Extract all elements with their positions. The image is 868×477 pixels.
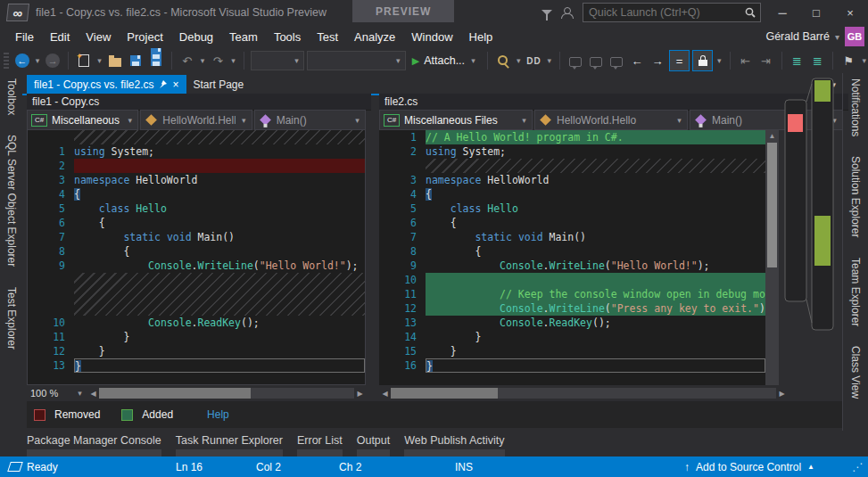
open-file-button[interactable] <box>106 51 124 70</box>
redo-button[interactable]: ↷ <box>209 51 227 70</box>
decrease-indent-button[interactable]: ≣ <box>788 51 806 70</box>
pin-icon[interactable] <box>159 78 167 91</box>
menu-tools[interactable]: Tools <box>266 27 309 47</box>
tool-window-tab-toolbox[interactable]: Toolbox <box>5 78 18 115</box>
scrollbar-thumb[interactable] <box>767 143 777 267</box>
menu-view[interactable]: View <box>78 27 119 47</box>
code-line[interactable]: 14 } <box>379 330 765 344</box>
scrollbar-thumb[interactable] <box>99 388 251 399</box>
code-line[interactable]: 13 Console.ReadKey(); <box>379 316 765 330</box>
add-to-source-control-button[interactable]: ↑ Add to Source Control ▲ <box>684 456 814 477</box>
ignore-whitespace-toggle[interactable]: = <box>669 50 690 71</box>
tool-window-tab-team-explorer[interactable]: Team Explorer <box>849 258 862 326</box>
tab-close-icon[interactable]: × <box>172 79 178 90</box>
left-horizontal-scrollbar[interactable] <box>99 388 354 399</box>
code-line[interactable]: 9 Console.WriteLine("Hello World!"); <box>28 259 365 273</box>
code-line[interactable]: 3namespace HelloWorld <box>28 173 365 187</box>
menu-edit[interactable]: Edit <box>42 27 78 47</box>
tool-window-tab-class-view[interactable]: Class View <box>849 346 862 399</box>
configuration-combo[interactable]: ▾ <box>251 51 304 70</box>
scroll-left-icon[interactable]: ◀ <box>87 390 99 398</box>
code-line[interactable]: 8 { <box>379 244 765 259</box>
nav-dropdown-main[interactable]: Main()▾ <box>254 110 366 130</box>
code-line[interactable]: 3namespace HelloWorld <box>379 173 765 187</box>
send-feedback-icon[interactable] <box>561 7 574 18</box>
menu-test[interactable]: Test <box>309 27 346 47</box>
new-file-button[interactable]: ✦ <box>75 51 93 70</box>
menu-analyze[interactable]: Analyze <box>346 27 403 47</box>
menu-file[interactable]: File <box>7 27 42 47</box>
code-line[interactable]: 8 { <box>28 244 365 259</box>
feedback-filter-icon[interactable] <box>541 10 552 15</box>
code-line[interactable]: 11 } <box>28 330 365 344</box>
compare-mode-button[interactable]: DD <box>525 51 543 70</box>
bookmark-button[interactable]: ⚑ <box>839 51 857 70</box>
save-all-button[interactable] <box>147 51 165 70</box>
tab-start-page[interactable]: Start Page <box>186 75 252 94</box>
tool-window-tab-test-explorer[interactable]: Test Explorer <box>5 287 18 350</box>
scroll-left-icon[interactable]: ◀ <box>379 390 391 398</box>
zoom-select[interactable]: 100 % ▾ <box>27 386 87 400</box>
code-line[interactable]: 12 } <box>28 344 365 358</box>
attach-button[interactable]: ▶ Attach... ▾ <box>409 51 481 70</box>
back-dropdown-icon[interactable]: ▾ <box>34 56 42 65</box>
toolbar-overflow-icon[interactable]: ▾ <box>860 56 868 65</box>
toolbar-drag-handle[interactable] <box>4 53 9 69</box>
code-line[interactable]: 9 Console.WriteLine("Hello World!"); <box>379 259 765 273</box>
account-box[interactable]: Gérald Barré ▾ GB <box>765 27 868 46</box>
tool-window-tab-solution-explorer[interactable]: Solution Explorer <box>849 156 862 237</box>
scroll-up-icon[interactable]: ▲ <box>769 132 776 140</box>
code-line[interactable]: 7 static void Main() <box>28 230 365 244</box>
previous-difference-button[interactable]: ← <box>628 51 646 70</box>
help-link[interactable]: Help <box>207 408 229 421</box>
new-file-dropdown-icon[interactable]: ▾ <box>95 56 103 65</box>
tab-file1-copy-cs-vs-file2-cs[interactable]: file1 - Copy.cs vs. file2.cs× <box>27 75 186 94</box>
prev-comment-button[interactable] <box>587 51 605 70</box>
find-dropdown-icon[interactable]: ▾ <box>515 56 523 65</box>
menu-project[interactable]: Project <box>119 27 170 47</box>
menu-help[interactable]: Help <box>461 27 501 47</box>
maximize-button[interactable]: □ <box>804 3 829 22</box>
shift-left-button[interactable]: ⇤ <box>737 51 755 70</box>
increase-indent-button[interactable]: ≣ <box>808 51 826 70</box>
resize-grip[interactable]: ⋰ <box>852 456 863 477</box>
code-line[interactable]: 1using System; <box>28 144 365 159</box>
nav-dropdown-helloworld-hello[interactable]: HelloWorld.Hello▾ <box>534 110 688 130</box>
undo-dropdown-icon[interactable]: ▾ <box>199 56 207 65</box>
left-code-editor[interactable]: 1using System;23namespace HelloWorld4{5 … <box>27 130 366 385</box>
code-line[interactable]: 5 class Hello <box>28 201 365 216</box>
panel-tab-error-list[interactable]: Error List <box>297 431 343 456</box>
vertical-scrollbar[interactable]: ▲ ▼ <box>765 130 779 396</box>
panel-tab-task-runner-explorer[interactable]: Task Runner Explorer <box>176 431 283 456</box>
undo-button[interactable]: ↶ <box>178 51 196 70</box>
close-button[interactable]: × <box>838 3 863 22</box>
navigate-forward-button[interactable]: → <box>44 51 62 70</box>
quick-launch-box[interactable] <box>583 3 761 22</box>
code-line[interactable]: 12 Console.WriteLine("Press any key to e… <box>379 301 765 316</box>
diff-options-dropdown-icon[interactable]: ▾ <box>715 56 723 65</box>
quick-launch-input[interactable] <box>583 6 745 19</box>
code-line[interactable]: 6 { <box>28 216 365 230</box>
scroll-right-icon[interactable]: ▶ <box>354 390 366 398</box>
tool-window-tab-sql-server-object-explorer[interactable]: SQL Server Object Explorer <box>5 135 18 267</box>
scroll-right-icon[interactable]: ▶ <box>776 390 788 398</box>
compare-dropdown-icon[interactable]: ▾ <box>546 56 554 65</box>
avatar[interactable]: GB <box>845 27 864 46</box>
panel-tab-output[interactable]: Output <box>357 431 391 456</box>
next-difference-button[interactable]: → <box>649 51 666 70</box>
minimize-button[interactable]: ─ <box>770 3 795 22</box>
next-comment-button[interactable] <box>608 51 625 70</box>
code-line[interactable]: 13} <box>28 358 365 373</box>
nav-dropdown-miscellaneous-files[interactable]: C#Miscellaneous Files▾ <box>379 110 533 130</box>
menu-team[interactable]: Team <box>221 27 266 47</box>
panel-tab-package-manager-console[interactable]: Package Manager Console <box>27 431 161 456</box>
platform-combo[interactable]: ▾ <box>307 51 406 70</box>
find-in-files-button[interactable] <box>494 51 512 70</box>
menu-debug[interactable]: Debug <box>171 27 221 47</box>
code-line[interactable]: 15 } <box>379 344 765 358</box>
right-horizontal-scrollbar[interactable] <box>391 388 776 399</box>
code-line[interactable]: 11 // Keep the console window open in de… <box>379 287 765 301</box>
shift-right-button[interactable]: ⇥ <box>757 51 775 70</box>
code-line[interactable]: 4{ <box>28 187 365 201</box>
code-line[interactable]: 7 static void Main() <box>379 230 765 244</box>
